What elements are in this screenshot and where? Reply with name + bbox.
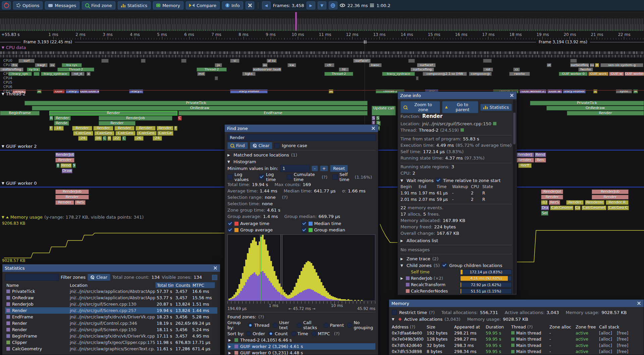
child-zone-row[interactable]: ▶ RenderJob (×2) 4.16 ms (92.60%) — [400, 275, 512, 281]
zone[interactable]: Rend — [60, 163, 72, 168]
cpu-zone[interactable]: tracy_systrace — [382, 72, 415, 76]
frame-dropdown-button[interactable]: ▼ — [318, 1, 326, 9]
zone[interactable]: ReS — [75, 200, 86, 205]
increase-button[interactable]: + — [320, 166, 328, 171]
cpu-zone[interactable] — [101, 59, 109, 63]
cpu-zone[interactable]: fd — [339, 68, 349, 72]
zone[interactable]: Render — [566, 200, 584, 205]
statistics-row[interactable]: EndFrame jni/../jni/src/claw/gfx/drv/vk/… — [5, 314, 217, 320]
frame-label-left[interactable]: Frame 3,193 (22.45 ms) — [21, 40, 75, 44]
frame-ranges-row[interactable]: Frame 3,193 (22.45 ms) Frame 3,194 (13.9… — [0, 40, 644, 44]
zone[interactable]: F — [174, 126, 177, 131]
expand-icon[interactable]: ▶ — [227, 153, 231, 157]
thread2-header[interactable]: ▼ Thread-2 — [2, 91, 25, 96]
allocation-row[interactable]: 0x7dfc53d898 8 bytes 298.34 ms 59.95 s M… — [392, 349, 641, 355]
cpu-data-header[interactable]: ▼ CPU data — [2, 45, 26, 50]
frame-label-right[interactable]: Frame 3,194 (13.92 ms) — [536, 40, 590, 44]
column-counts[interactable]: Counts — [174, 282, 191, 288]
zone[interactable]: OnRedraw — [546, 106, 644, 110]
statistics-row[interactable]: Render jni/../jni/src/guif/Control.cpp:3… — [5, 320, 217, 326]
zone[interactable]: Rerff — [518, 163, 532, 168]
cpu-zone[interactable]: surfacef — [417, 63, 436, 67]
memory-titlebar[interactable]: Memory — [389, 300, 644, 307]
sort-by-option[interactable]: MTPC — [312, 331, 330, 336]
histogram-plot[interactable] — [227, 234, 375, 301]
cpu-zone[interactable] — [483, 59, 492, 63]
zone[interactable]: 18 — [54, 126, 64, 131]
wait-regions-header[interactable]: ▼ Wait regions Time relative to zone sta… — [400, 177, 512, 184]
zone[interactable]: Render — [567, 111, 644, 116]
zone[interactable]: 24 — [78, 136, 88, 141]
child-zone-row[interactable]: Self time 172.14 µs (3.83%) — [400, 269, 512, 275]
cpu-zone[interactable]: Thread-2 — [324, 72, 353, 76]
allocation-address[interactable]: 0x7dfc42d640 — [392, 343, 427, 348]
cpu-zone[interactable]: ci — [513, 68, 520, 72]
toolbar-button[interactable]: Compare — [186, 1, 220, 9]
cpu-zone[interactable]: tra sys — [62, 63, 82, 67]
prev-frame-button[interactable]: ◀ — [262, 1, 271, 9]
zone[interactable]: CalcGeo — [73, 131, 93, 136]
collapse-icon[interactable]: ▼ — [2, 215, 4, 219]
cpu-zone[interactable]: al su — [267, 59, 277, 63]
radio-icon[interactable] — [312, 331, 317, 336]
zone[interactable]: Render R — [606, 200, 629, 205]
zone[interactable]: RerS — [549, 200, 560, 205]
zone[interactable]: OnRedraw — [32, 106, 368, 110]
zone[interactable]: Render — [516, 158, 534, 163]
zone[interactable]: Render — [93, 126, 113, 131]
zone-info-titlebar[interactable]: Zone info — [398, 92, 517, 99]
child-zone-row[interactable]: RecalcTransform 72.92 µs (1.62%) — [400, 281, 512, 288]
expand-icon[interactable]: ▶ — [228, 351, 232, 355]
cpu-zone[interactable]: tracy_systrace — [41, 72, 70, 76]
child-zone-row[interactable]: Submit 35.63 µs (0.79%) — [400, 294, 512, 295]
find-zone-titlebar[interactable]: Find zone — [225, 125, 378, 132]
statistics-row[interactable]: OnRedraw jni/../jni/src/claw/application… — [5, 295, 217, 301]
cpu-zone[interactable]: composer@ — [469, 72, 492, 76]
zone[interactable]: BeginFrame — [0, 111, 40, 116]
relative-time-checkbox[interactable] — [436, 178, 441, 183]
column-size[interactable]: Size — [427, 324, 454, 329]
cpu-zone[interactable]: sy tra — [27, 68, 40, 72]
group-by-option[interactable]: User text — [273, 320, 293, 330]
zone[interactable]: Render — [54, 116, 71, 121]
zone[interactable]: 9 — [72, 163, 76, 168]
cpu-zone[interactable]: surf — [18, 59, 35, 63]
scrollbar-thumb[interactable] — [513, 113, 516, 144]
ignore-case-checkbox[interactable] — [274, 143, 280, 148]
zone[interactable]: Ca — [575, 206, 581, 210]
legend-checkbox[interactable] — [227, 227, 233, 233]
free-callstack-link[interactable]: [free] — [617, 330, 628, 336]
cpu-zone[interactable] — [570, 59, 577, 63]
next-frame-button[interactable]: ▶ — [307, 1, 315, 9]
radio-icon[interactable] — [297, 323, 302, 328]
cpu-zone[interactable]: md — [197, 72, 205, 76]
clear-filter-button[interactable]: Clear — [88, 274, 110, 281]
zone[interactable]: Update call — [372, 106, 396, 116]
zone[interactable]: Render — [55, 158, 74, 163]
zone[interactable]: Renderer — [585, 200, 604, 205]
expand-icon[interactable]: ▶ — [400, 257, 405, 261]
time-ruler[interactable]: +55.83 s 1 ms2 ms3 ms4 ms5 ms6 ms7 ms8 m… — [0, 31, 644, 40]
memory-usage-header[interactable]: ▼ Memory usage (y-range: 178.27 KB, visi… — [2, 215, 144, 220]
statistics-row[interactable]: PrivateTick jni/../jni/src/claw/applicat… — [5, 288, 217, 295]
allocation-address[interactable]: 0x7e049b3d00 — [392, 337, 427, 342]
free-callstack-link[interactable]: [free] — [617, 337, 628, 342]
cpu-zone[interactable]: cfr — [324, 63, 334, 67]
cpu-zone[interactable]: ja — [215, 63, 222, 67]
collapse-icon[interactable]: ▼ — [227, 160, 231, 164]
cpu-zone[interactable]: rot_d — [71, 72, 85, 76]
address-help[interactable]: (?) — [410, 324, 415, 329]
scrollbar[interactable] — [513, 100, 516, 294]
wait-col-end[interactable]: End — [419, 184, 437, 190]
radio-icon[interactable] — [268, 331, 273, 336]
toolbar-button[interactable]: Info — [222, 1, 243, 9]
child-zones-header[interactable]: ▼ Child zones (5) Group children locatio… — [400, 262, 512, 269]
goto-frame-button[interactable] — [329, 1, 337, 9]
wait-col-begin[interactable]: Begin — [400, 184, 419, 190]
zone[interactable]: RenderJol — [541, 189, 563, 194]
statistics-row[interactable]: Clipper jni/../jni/src/claw/gfx/geo/Clip… — [5, 339, 217, 346]
expand-icon[interactable]: ▶ — [228, 345, 232, 348]
allocation-address[interactable]: 0x7dfc53d898 — [392, 349, 427, 354]
zoom-to-zone-button[interactable]: Zoom to zone — [400, 101, 440, 113]
zone[interactable]: CalcGe — [157, 131, 173, 136]
